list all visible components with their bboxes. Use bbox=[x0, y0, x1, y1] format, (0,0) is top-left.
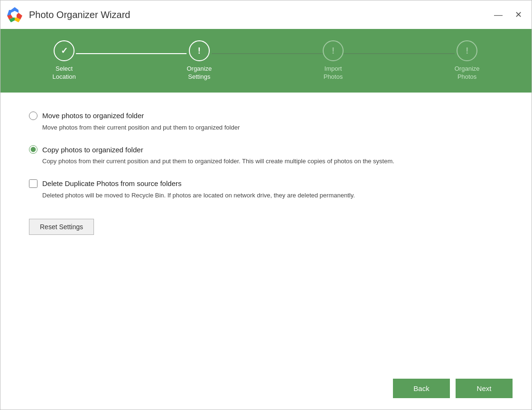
window-controls: — ✕ bbox=[492, 9, 524, 20]
steps-container: ✓ SelectLocation ! OrganizeSettings ! Im… bbox=[53, 40, 480, 81]
app-logo bbox=[6, 6, 23, 23]
svg-marker-0 bbox=[11, 7, 19, 13]
delete-duplicate-description: Deleted photos will be moved to Recycle … bbox=[42, 191, 503, 200]
option-copy-photos-header: Copy photos to organized folder bbox=[29, 145, 503, 154]
delete-duplicate-checkbox[interactable] bbox=[29, 179, 37, 188]
title-bar: Photo Organizer Wizard — ✕ bbox=[0, 0, 532, 29]
svg-marker-5 bbox=[7, 10, 11, 16]
move-photos-title[interactable]: Move photos to organized folder bbox=[42, 112, 144, 120]
option-delete-duplicate-header: Delete Duplicate Photos from source fold… bbox=[29, 179, 503, 188]
minimize-button[interactable]: — bbox=[492, 9, 504, 20]
reset-settings-button[interactable]: Reset Settings bbox=[29, 219, 94, 235]
next-button[interactable]: Next bbox=[456, 379, 513, 398]
content-area: Move photos to organized folder Move pho… bbox=[0, 93, 532, 371]
option-move-photos: Move photos to organized folder Move pho… bbox=[29, 112, 503, 132]
back-button[interactable]: Back bbox=[393, 379, 450, 398]
connector-1-2 bbox=[76, 53, 187, 54]
main-window: Photo Organizer Wizard — ✕ ✓ SelectLocat… bbox=[0, 0, 532, 410]
reset-section: Reset Settings bbox=[29, 219, 503, 235]
connector-2-3 bbox=[212, 53, 323, 54]
copy-photos-title[interactable]: Copy photos to organized folder bbox=[42, 146, 143, 154]
step-circle-1: ✓ bbox=[54, 40, 75, 61]
step-import-photos: ! ImportPhotos bbox=[323, 40, 344, 81]
step-label-1: SelectLocation bbox=[53, 65, 76, 81]
connector-3-4 bbox=[344, 53, 455, 54]
move-photos-description: Move photos from their current position … bbox=[42, 123, 503, 132]
move-photos-radio[interactable] bbox=[29, 112, 37, 120]
step-organize-photos: ! OrganizePhotos bbox=[455, 40, 480, 81]
option-copy-photos: Copy photos to organized folder Copy pho… bbox=[29, 145, 503, 166]
footer: Back Next bbox=[0, 371, 532, 410]
step-label-2: OrganizeSettings bbox=[187, 65, 212, 81]
option-move-photos-header: Move photos to organized folder bbox=[29, 112, 503, 120]
step-select-location: ✓ SelectLocation bbox=[53, 40, 76, 81]
option-delete-duplicate: Delete Duplicate Photos from source fold… bbox=[29, 179, 503, 200]
window-title: Photo Organizer Wizard bbox=[29, 9, 492, 20]
step-label-3: ImportPhotos bbox=[324, 65, 343, 81]
steps-bar: ✓ SelectLocation ! OrganizeSettings ! Im… bbox=[0, 29, 532, 93]
step-circle-3: ! bbox=[323, 40, 344, 61]
copy-photos-radio[interactable] bbox=[29, 145, 37, 154]
delete-duplicate-title[interactable]: Delete Duplicate Photos from source fold… bbox=[42, 179, 181, 187]
step-organize-settings: ! OrganizeSettings bbox=[187, 40, 212, 81]
step-circle-2: ! bbox=[189, 40, 210, 61]
copy-photos-description: Copy photos from their current position … bbox=[42, 157, 503, 166]
step-circle-4: ! bbox=[457, 40, 477, 61]
step-label-4: OrganizePhotos bbox=[455, 65, 480, 81]
close-button[interactable]: ✕ bbox=[513, 9, 524, 20]
